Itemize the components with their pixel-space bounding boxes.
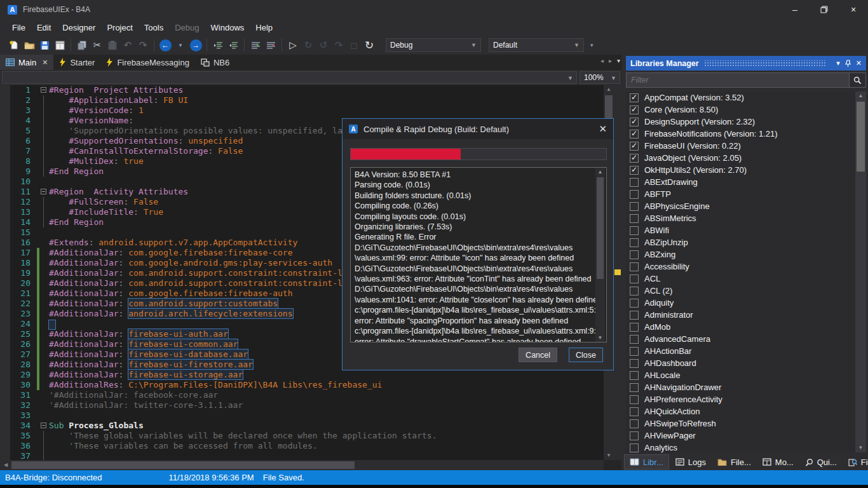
comment-icon[interactable] xyxy=(248,37,263,53)
menu-edit[interactable]: Edit xyxy=(31,21,57,34)
code-line-37[interactable]: 37 xyxy=(0,451,604,460)
tab-main[interactable]: Main✕ xyxy=(0,55,53,70)
library-item[interactable]: ACL xyxy=(626,273,855,285)
code-line-33[interactable]: 33 xyxy=(0,410,604,421)
scroll-up-icon[interactable]: ▲ xyxy=(595,168,605,176)
library-checkbox[interactable] xyxy=(630,202,639,211)
fold-collapse-icon[interactable]: − xyxy=(41,189,46,194)
log-scrollbar[interactable]: ▲ ▼ xyxy=(595,168,605,342)
library-item[interactable]: ACL (2) xyxy=(626,285,855,297)
library-checkbox[interactable] xyxy=(630,226,639,235)
close-button[interactable]: × xyxy=(839,0,868,19)
code-line-35[interactable]: 35 'These global variables will be decla… xyxy=(0,431,604,441)
library-checkbox[interactable] xyxy=(630,287,639,295)
scrollbar-thumb[interactable] xyxy=(857,102,865,172)
panel-tab-file[interactable]: File... xyxy=(712,454,756,470)
outdent-icon[interactable] xyxy=(226,37,241,53)
code-line-32[interactable]: 32'#AdditionalJar: twitter-core-3.1.1.aa… xyxy=(0,400,604,410)
tab-nb6[interactable]: NB6 xyxy=(195,55,235,70)
library-item[interactable]: Accessibility xyxy=(626,261,855,273)
tab-list-icon[interactable]: ▾ xyxy=(617,57,620,64)
library-item[interactable]: FirebaseNotifications (Version: 1.21) xyxy=(626,128,855,140)
library-checkbox[interactable] xyxy=(630,383,639,392)
code-line-36[interactable]: 36 'These variables can be accessed from… xyxy=(0,441,604,451)
modified-marker[interactable] xyxy=(614,269,621,275)
scroll-up-icon[interactable]: ▲ xyxy=(855,92,866,100)
copy-icon[interactable] xyxy=(74,37,90,53)
scroll-down-icon[interactable]: ▼ xyxy=(855,444,866,452)
library-item[interactable]: ABWifi xyxy=(626,224,855,236)
menu-project[interactable]: Project xyxy=(101,21,138,34)
library-checkbox[interactable] xyxy=(630,118,639,126)
library-checkbox[interactable] xyxy=(630,347,639,356)
editor-horizontal-scrollbar[interactable]: ◀ xyxy=(0,460,604,470)
library-checkbox[interactable] xyxy=(630,105,639,114)
library-item[interactable]: Analytics xyxy=(626,442,855,452)
library-checkbox[interactable] xyxy=(630,359,639,368)
library-item[interactable]: AppCompat (Version: 3.52) xyxy=(626,92,855,104)
library-checkbox[interactable] xyxy=(630,274,639,283)
code-line-31[interactable]: 31'#AdditionalJar: facebook-core.aar xyxy=(0,390,604,400)
tab-close-icon[interactable]: ✕ xyxy=(42,58,48,67)
minimize-button[interactable]: – xyxy=(780,0,810,19)
uncomment-icon[interactable] xyxy=(263,37,278,53)
nav-back-icon[interactable]: ← xyxy=(158,37,173,53)
library-checkbox[interactable] xyxy=(630,431,639,440)
cancel-button[interactable]: Cancel xyxy=(519,348,557,362)
library-checkbox[interactable] xyxy=(630,154,639,163)
open-project-icon[interactable] xyxy=(22,37,37,53)
compile-log[interactable]: B4A Version: 8.50 BETA #1Parsing code. (… xyxy=(350,167,607,342)
library-item[interactable]: ABZipUnzip xyxy=(626,236,855,248)
filter-search-button[interactable] xyxy=(850,72,866,88)
close-button[interactable]: Close xyxy=(569,348,603,362)
library-item[interactable]: ABExtDrawing xyxy=(626,176,855,188)
restore-button[interactable] xyxy=(810,0,839,19)
library-checkbox[interactable] xyxy=(630,395,639,404)
cut-icon[interactable]: ✂ xyxy=(90,37,105,53)
library-item[interactable]: AdMob xyxy=(626,321,855,333)
filter-input[interactable] xyxy=(626,72,850,88)
library-checkbox[interactable] xyxy=(630,299,639,308)
library-checkbox[interactable] xyxy=(630,238,639,247)
tab-firebasemessaging[interactable]: FirebaseMessaging xyxy=(100,55,194,70)
save-icon[interactable] xyxy=(37,37,52,53)
library-item[interactable]: AHLocale xyxy=(626,369,855,381)
library-checkbox[interactable] xyxy=(630,190,639,199)
library-checkbox[interactable] xyxy=(630,262,639,271)
library-item[interactable]: Core (Version: 8.50) xyxy=(626,104,855,116)
scrollbar-thumb[interactable] xyxy=(11,461,355,469)
scroll-down-icon[interactable]: ▼ xyxy=(595,334,605,342)
close-panel-icon[interactable]: ✕ xyxy=(856,59,862,67)
pin-icon[interactable] xyxy=(844,60,851,67)
scroll-down-icon[interactable]: ▼ xyxy=(604,451,614,460)
library-item[interactable]: AHActionBar xyxy=(626,345,855,357)
library-item[interactable]: ABPhysicsEngine xyxy=(626,200,855,212)
library-item[interactable]: JavaObject (Version: 2.05) xyxy=(626,152,855,164)
debug-mode-dropdown[interactable]: Debug▼ xyxy=(386,38,481,52)
scroll-up-icon[interactable]: ▲ xyxy=(604,85,614,94)
menu-help[interactable]: Help xyxy=(250,21,278,34)
library-item[interactable]: AHQuickAction xyxy=(626,405,855,417)
tab-scroll-left-icon[interactable]: ◂ xyxy=(600,57,604,64)
library-item[interactable]: AHViewPager xyxy=(626,430,855,442)
tab-starter[interactable]: Starter xyxy=(53,55,100,70)
new-file-icon[interactable] xyxy=(6,37,22,53)
fold-margin[interactable]: − xyxy=(40,187,49,197)
library-item[interactable]: AHPreferenceActivity xyxy=(626,393,855,405)
menu-designer[interactable]: Designer xyxy=(57,21,101,34)
fold-margin[interactable]: − xyxy=(40,85,49,95)
export-zip-icon[interactable] xyxy=(52,37,67,53)
dialog-close-icon[interactable]: ✕ xyxy=(599,123,607,135)
code-line-3[interactable]: 3 #VersionCode: 1 xyxy=(0,105,604,116)
run-icon[interactable]: ▷ xyxy=(285,37,301,53)
library-item[interactable]: ABFTP xyxy=(626,188,855,200)
scroll-left-icon[interactable]: ◀ xyxy=(1,460,10,470)
library-item[interactable]: ABSimMetrics xyxy=(626,212,855,224)
library-item[interactable]: AHNavigationDrawer xyxy=(626,381,855,393)
fold-margin[interactable]: − xyxy=(40,421,49,431)
library-checkbox[interactable] xyxy=(630,407,639,416)
library-checkbox[interactable] xyxy=(630,130,639,139)
panel-tab-fin[interactable]: Fin... xyxy=(843,454,868,470)
scrollbar-thumb[interactable] xyxy=(597,177,604,279)
menu-windows[interactable]: Windows xyxy=(205,21,250,34)
